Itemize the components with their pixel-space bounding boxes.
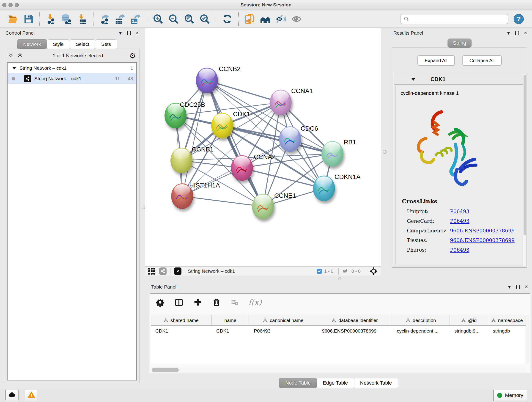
network-node-rb1[interactable]	[322, 141, 343, 167]
table-cell[interactable]: cyclin-dependent ...	[392, 326, 450, 336]
network-node-ccnb2[interactable]	[196, 68, 218, 93]
network-node-cdk1[interactable]	[211, 113, 233, 138]
crosslink-link[interactable]: P06493	[450, 218, 469, 224]
column-header-namespace[interactable]: namespace	[488, 315, 526, 325]
tab-network[interactable]: Network	[17, 39, 47, 49]
zoom-in-icon[interactable]	[152, 13, 164, 26]
table-cell[interactable]: stringdb:9...	[450, 326, 488, 336]
column-header-name[interactable]: name	[212, 315, 249, 325]
import-database-icon[interactable]	[60, 13, 72, 26]
results-scrollbar[interactable]	[523, 74, 526, 266]
network-row-selected[interactable]: String Network – cdk1 11 48	[7, 73, 136, 84]
expand-all-networks-icon[interactable]	[8, 52, 13, 59]
left-splitter-handle[interactable]	[142, 206, 145, 209]
import-table-icon[interactable]	[76, 13, 88, 26]
hidden-eye-icon[interactable]	[342, 268, 349, 274]
panel-close-icon[interactable]: ✕	[524, 31, 527, 35]
network-options-gear-icon[interactable]: ⚙	[129, 52, 136, 59]
panel-float-icon[interactable]	[127, 31, 131, 35]
crosslink-link[interactable]: 9606.ENSP00000378699	[450, 228, 515, 234]
network-node-ccna2[interactable]	[231, 155, 253, 181]
zoom-fit-icon[interactable]	[183, 13, 195, 26]
show-columns-icon[interactable]	[175, 298, 183, 307]
tab-sets[interactable]: Sets	[95, 39, 117, 49]
zoom-selected-icon[interactable]	[199, 13, 211, 26]
tab-select[interactable]: Select	[70, 39, 95, 49]
cloud-status-button[interactable]	[5, 390, 19, 400]
panel-close-icon[interactable]: ✕	[525, 285, 528, 289]
network-node-cdc6[interactable]	[279, 126, 301, 152]
import-network-icon[interactable]	[45, 13, 57, 26]
selected-nodes-checkbox[interactable]	[317, 269, 322, 274]
panel-close-icon[interactable]: ✕	[135, 31, 139, 35]
tab-node-table[interactable]: Node Table	[279, 378, 317, 388]
delete-column-icon[interactable]	[212, 298, 221, 307]
table-vertical-scrollbar[interactable]	[526, 315, 529, 364]
network-node-ccna1[interactable]	[270, 89, 292, 115]
bottom-splitter-handle[interactable]	[338, 277, 341, 280]
column-header-description[interactable]: description	[392, 315, 450, 325]
scrollbar-thumb[interactable]	[524, 75, 526, 235]
column-header-canonical-name[interactable]: canonical name	[249, 315, 317, 325]
expand-all-button[interactable]: Expand All	[418, 55, 455, 66]
panel-float-icon[interactable]	[515, 31, 519, 35]
node-label-ccnb2: CCNB2	[219, 65, 241, 73]
network-node-ccnb1[interactable]	[171, 148, 192, 173]
column-header-shared-name[interactable]: shared name	[151, 315, 212, 325]
fit-selected-crosshair-icon[interactable]	[370, 267, 378, 275]
gene-entry-header[interactable]: CDK1	[394, 74, 525, 85]
table-cell[interactable]: CDK1	[151, 326, 212, 336]
clone-network-icon[interactable]	[244, 13, 256, 26]
refresh-icon[interactable]	[221, 13, 233, 26]
table-options-gear-icon[interactable]	[156, 298, 165, 307]
tab-network-table[interactable]: Network Table	[354, 378, 398, 388]
add-column-icon[interactable]	[193, 298, 202, 307]
search-field[interactable]	[411, 16, 505, 22]
memory-button[interactable]: Memory	[493, 390, 527, 401]
show-all-icon[interactable]	[291, 13, 302, 26]
panel-menu-icon[interactable]: ▼	[118, 31, 123, 35]
panel-float-icon[interactable]	[516, 285, 520, 289]
collapse-entry-icon[interactable]	[411, 78, 415, 81]
table-row[interactable]: CDK1CDK1P064939606.ENSP00000378699cyclin…	[151, 326, 526, 336]
table-cell[interactable]: CDK1	[212, 326, 249, 336]
open-in-new-window-icon[interactable]	[174, 268, 181, 275]
search-input[interactable]	[400, 14, 508, 24]
window-title: Session: New Session	[0, 2, 532, 7]
table-horizontal-scrollbar[interactable]	[151, 367, 526, 373]
export-image-icon[interactable]	[130, 13, 142, 26]
tab-style[interactable]: Style	[47, 39, 70, 49]
grid-view-icon[interactable]	[148, 268, 155, 274]
collapse-collection-icon[interactable]	[12, 67, 16, 70]
crosslink-link[interactable]: P06493	[450, 247, 469, 253]
column-header-database-identifier[interactable]: database identifier	[317, 315, 392, 325]
collapse-all-networks-icon[interactable]	[17, 52, 23, 59]
network-thumbnail-icon[interactable]	[159, 268, 167, 275]
scrollbar-thumb[interactable]	[152, 368, 179, 372]
table-cell[interactable]: stringdb	[488, 326, 526, 336]
tab-string[interactable]: String	[447, 38, 472, 48]
column-header--id[interactable]: @id	[450, 315, 488, 325]
hide-selected-icon[interactable]	[275, 13, 287, 26]
table-cell[interactable]: P06493	[249, 326, 317, 336]
panel-menu-icon[interactable]: ▼	[507, 285, 512, 289]
save-session-icon[interactable]	[22, 13, 34, 26]
first-neighbors-icon[interactable]	[259, 13, 271, 26]
export-network-icon[interactable]	[99, 13, 110, 26]
tab-edge-table[interactable]: Edge Table	[317, 378, 354, 388]
network-node-ccne1[interactable]	[252, 194, 274, 219]
network-collection-row[interactable]: String Network – cdk1 1	[7, 63, 136, 73]
crosslink-link[interactable]: 9606.ENSP00000378699	[450, 237, 515, 243]
right-splitter-handle[interactable]	[383, 150, 386, 154]
network-node-cdkn1a[interactable]	[313, 176, 335, 201]
export-table-icon[interactable]	[114, 13, 126, 26]
warning-button[interactable]	[25, 390, 38, 400]
table-cell[interactable]: 9606.ENSP00000378699	[317, 326, 392, 336]
open-file-icon[interactable]	[7, 13, 19, 26]
zoom-out-icon[interactable]	[168, 13, 180, 26]
help-icon[interactable]: ?	[514, 14, 524, 24]
network-canvas[interactable]: CCNB2CCNA1CDC25BCDK1CDC6RB1CCNB1CCNA2CDK…	[145, 28, 381, 266]
collapse-all-button[interactable]: Collapse All	[462, 55, 502, 66]
panel-menu-icon[interactable]: ▼	[506, 31, 511, 35]
crosslink-link[interactable]: P06493	[450, 209, 469, 214]
